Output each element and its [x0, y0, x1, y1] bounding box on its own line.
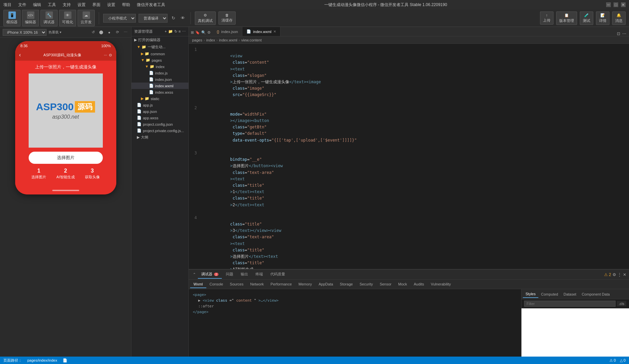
subtab-appdata[interactable]: AppData	[315, 281, 336, 288]
tree-page-close[interactable]: </page>	[193, 309, 517, 315]
menu-item-settings2[interactable]: 设置	[107, 2, 115, 8]
file-index-js[interactable]: 📄 index.js	[131, 70, 188, 76]
open-editors-label[interactable]: ▶ 打开的编辑器	[131, 36, 188, 43]
subtab-audits[interactable]: Audits	[411, 281, 428, 288]
code-editor[interactable]: 1 <view class="content" ><text class="sl…	[189, 44, 629, 269]
subtab-mock[interactable]: Mock	[395, 281, 410, 288]
tab-issues[interactable]: 问题	[222, 270, 237, 279]
subtab-console[interactable]: Console	[206, 281, 227, 288]
clearcache-btn[interactable]: 🗑 清缓存	[218, 11, 236, 25]
split-icon[interactable]: ⊞	[191, 30, 194, 35]
debug-panel-toggle[interactable]: ⌃	[191, 272, 197, 277]
menu-item-tools[interactable]: 工具	[48, 2, 56, 8]
compile-selector[interactable]: 普通编译	[139, 14, 168, 23]
stop-icon[interactable]: ⬤	[98, 29, 104, 35]
folder-static[interactable]: ▶ 📁 static	[131, 95, 188, 102]
styles-tab-computed[interactable]: Computed	[538, 291, 561, 298]
messages-button[interactable]: 🔔 消息	[612, 11, 626, 25]
new-file-icon[interactable]: +	[164, 29, 167, 34]
subtab-storage[interactable]: Storage	[336, 281, 356, 288]
menu-item-project[interactable]: 项目	[3, 2, 11, 8]
outline-label[interactable]: ▶ 大纲	[131, 134, 188, 141]
phone-camera-icon[interactable]: ⊙	[109, 53, 112, 57]
file-index-wxml[interactable]: 📄 index.wxml	[131, 83, 188, 89]
tab-debugger[interactable]: 调试器 2	[198, 270, 222, 279]
subtab-sensor[interactable]: Sensor	[376, 281, 395, 288]
debug-button[interactable]: 🔧 调试器	[40, 10, 58, 26]
more-icon[interactable]: ⋯	[122, 29, 128, 35]
record-icon[interactable]: ●	[106, 29, 112, 35]
subtab-memory[interactable]: Memory	[295, 281, 316, 288]
menu-bar[interactable]: 项目 文件 编辑 工具 支持 设置 界面 设置 帮助 微信开发者工具	[3, 2, 165, 8]
bookmark-icon[interactable]: 🔖	[195, 30, 200, 35]
tree-after[interactable]: ::after	[193, 303, 517, 309]
back-icon[interactable]: ↺	[90, 29, 96, 35]
versionmgmt-button[interactable]: 📋 版本管理	[556, 11, 577, 25]
settings-icon[interactable]: ⚙	[612, 272, 616, 277]
subtab-wxml[interactable]: Wxml	[190, 281, 206, 288]
close-panel-icon[interactable]: ✕	[623, 272, 626, 277]
tab-close-icon[interactable]: ✕	[273, 30, 276, 33]
tab-terminal[interactable]: 终端	[252, 270, 266, 279]
window-controls[interactable]: ─ □ ✕	[606, 2, 626, 7]
subtab-network[interactable]: Network	[247, 281, 267, 288]
menu-item-wechat[interactable]: 微信开发者工具	[137, 2, 165, 8]
compile-btn[interactable]: ⚙ 真机调试	[195, 11, 216, 25]
folder-index[interactable]: ▼ 📁 index	[131, 63, 188, 70]
debug-code-icon[interactable]: ⚙	[207, 30, 211, 35]
device-selector[interactable]: iPhone X 100% 16	[3, 29, 47, 36]
tab-output[interactable]: 输出	[237, 270, 251, 279]
project-root[interactable]: ▼ 📁 一键生动...	[131, 43, 188, 51]
menu-item-file[interactable]: 文件	[18, 2, 26, 8]
new-folder-icon[interactable]: 📁	[168, 29, 173, 34]
visual-button[interactable]: 👁 可视化	[59, 10, 76, 26]
tab-index-wxml[interactable]: 📄 index.wxml ✕	[242, 27, 280, 36]
test-button[interactable]: 🧪 测试	[580, 11, 593, 25]
file-index-json[interactable]: 📄 index.json	[131, 76, 188, 83]
refresh-button[interactable]: ↻	[170, 15, 177, 21]
styles-tab-component[interactable]: Component Data	[579, 291, 612, 298]
tab-index-json[interactable]: {} index.json	[213, 27, 242, 36]
editor-button[interactable]: </> 编辑器	[22, 10, 39, 26]
tab-codequality[interactable]: 代码质量	[267, 270, 289, 279]
styles-filter-input[interactable]	[524, 301, 616, 307]
search-code-icon[interactable]: 🔍	[201, 30, 206, 35]
file-index-wxss[interactable]: 📄 index.wxss	[131, 89, 188, 95]
styles-tab-styles[interactable]: Styles	[523, 291, 538, 298]
detail-button[interactable]: 📝 详情	[596, 11, 609, 25]
split-editor-icon[interactable]: ⊡	[617, 31, 620, 36]
folder-common[interactable]: ▶ 📁 common	[131, 51, 188, 57]
subtab-performance[interactable]: Performance	[267, 281, 295, 288]
simulator-button[interactable]: 📱 模拟器	[3, 10, 21, 26]
folder-pages[interactable]: ▼ 📁 pages	[131, 57, 188, 63]
more-icon[interactable]: ⋮	[618, 272, 622, 277]
menu-item-edit[interactable]: 编辑	[33, 2, 41, 8]
phone-menu-icon[interactable]: ···	[104, 53, 107, 57]
phone-back-icon[interactable]: ‹	[19, 52, 21, 58]
tree-expand-icon[interactable]: ▶	[198, 298, 201, 303]
file-project-private[interactable]: 📄 project.private.config.js...	[131, 127, 188, 134]
tree-page[interactable]: <page>	[193, 292, 517, 298]
restore-button[interactable]: □	[613, 2, 618, 7]
collapse-all-icon[interactable]: ≡	[179, 29, 181, 34]
styles-tab-dataset[interactable]: Dataset	[561, 291, 579, 298]
subtab-security[interactable]: Security	[356, 281, 377, 288]
file-project-config[interactable]: 📄 project.config.json	[131, 121, 188, 127]
choose-image-button[interactable]: 选择图片	[29, 152, 103, 164]
menu-item-support[interactable]: 支持	[63, 2, 71, 8]
minimize-button[interactable]: ─	[606, 2, 611, 7]
cloud-button[interactable]: ☁ 云开发	[78, 10, 95, 26]
cls-badge[interactable]: .cls	[617, 301, 627, 306]
close-button[interactable]: ✕	[621, 2, 626, 7]
refresh-tree-icon[interactable]: ↻	[174, 29, 177, 34]
editor-more-icon[interactable]: ⋯	[622, 31, 626, 36]
file-app-wxss[interactable]: 📄 app.wxss	[131, 115, 188, 121]
upload-button[interactable]: ↑ 上传	[540, 11, 553, 25]
menu-item-interface[interactable]: 界面	[92, 2, 100, 8]
menu-item-help[interactable]: 帮助	[122, 2, 130, 8]
preview-button[interactable]: 👁	[179, 15, 186, 21]
tree-view-content[interactable]: ▶ <view class =" content " >…</view>	[193, 298, 517, 303]
subtab-sources[interactable]: Sources	[227, 281, 247, 288]
file-app-json[interactable]: 📄 app.json	[131, 108, 188, 115]
subtab-vulnerability[interactable]: Vulnerability	[427, 281, 454, 288]
